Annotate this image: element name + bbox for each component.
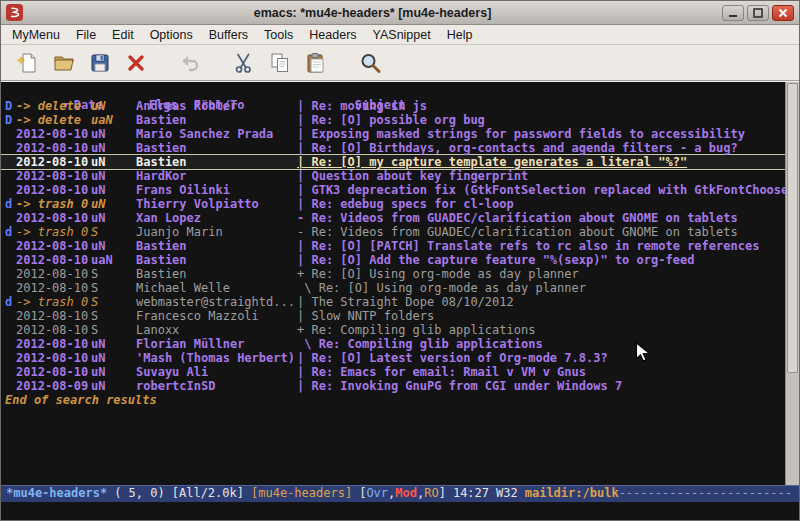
menu-yasnippet[interactable]: YASnippet — [365, 26, 439, 44]
date-cell: 2012-08-09 — [16, 379, 91, 393]
menu-options[interactable]: Options — [142, 26, 201, 44]
save-icon[interactable] — [85, 48, 115, 78]
from-cell: Juanjo Marin — [136, 225, 297, 239]
window-title: emacs: *mu4e-headers* [mu4e-headers] — [23, 6, 722, 20]
from-cell: 'Mash (Thomas Herbert) — [136, 351, 297, 365]
subject-cell: | Re: [O] possible org bug — [297, 113, 485, 127]
message-row[interactable]: d-> trash 0SJuanjo Marin- Re: Videos fro… — [1, 225, 785, 239]
subject-cell: | Re: Invoking GnuPG from CGI under Wind… — [297, 379, 622, 393]
modeline-window-id: W32 — [496, 486, 518, 500]
maximize-button[interactable] — [747, 5, 769, 21]
menu-buffers[interactable]: Buffers — [201, 26, 256, 44]
subject-cell: - Re: Videos from GUADEC/clarification a… — [297, 225, 738, 239]
flags-cell: S — [91, 267, 136, 281]
modeline-time: 14:27 — [453, 486, 489, 500]
message-row[interactable]: D-> deleteuNAndreas Röhler| Re: moving i… — [1, 99, 785, 113]
date-cell: -> trash 0 — [16, 295, 91, 309]
message-row[interactable]: 2012-08-10uNBastien| Re: [O] my capture … — [1, 155, 785, 169]
modeline-status: [Ovr,Mod,RO] — [359, 486, 446, 500]
menu-edit[interactable]: Edit — [104, 26, 142, 44]
from-cell: Andreas Röhler — [136, 99, 297, 113]
message-row[interactable]: 2012-08-10SLanoxx+ Re: Compiling glib ap… — [1, 323, 785, 337]
from-cell: Thierry Volpiatto — [136, 197, 297, 211]
flags-cell: uN — [91, 211, 136, 225]
from-cell: Bastien — [136, 141, 297, 155]
flags-cell: uaN — [91, 253, 136, 267]
modeline-position: ( 5, 0) — [114, 486, 165, 500]
toolbar-separator — [157, 48, 175, 78]
subject-cell: | Slow NNTP folders — [297, 309, 434, 323]
minimize-button[interactable] — [722, 5, 744, 21]
buffer-window[interactable]: ▼DateFlgsFrom/ToSubject D-> deleteuNAndr… — [1, 82, 785, 485]
flags-cell: uN — [91, 141, 136, 155]
subject-cell: | Re: edebug specs for cl-loop — [297, 197, 514, 211]
message-row[interactable]: 2012-08-10uN'Mash (Thomas Herbert)| Re: … — [1, 351, 785, 365]
open-file-icon[interactable] — [49, 48, 79, 78]
modeline-modified: Mod — [395, 486, 417, 500]
search-icon[interactable] — [355, 48, 385, 78]
flags-cell: uaN — [91, 113, 136, 127]
date-cell: 2012-08-10 — [16, 281, 91, 295]
message-row[interactable]: 2012-08-10uaNBastien| Re: [O] Add the ca… — [1, 253, 785, 267]
menu-mymenu[interactable]: MyMenu — [4, 26, 68, 44]
menu-bar: MyMenuFileEditOptionsBuffersToolsHeaders… — [1, 25, 799, 45]
message-row[interactable]: d-> trash 0uNThierry Volpiatto| Re: edeb… — [1, 197, 785, 211]
date-cell: 2012-08-10 — [16, 183, 91, 197]
menu-headers[interactable]: Headers — [301, 26, 364, 44]
from-cell: Bastien — [136, 155, 297, 169]
menu-help[interactable]: Help — [439, 26, 481, 44]
flags-cell: uN — [91, 379, 136, 393]
from-cell: Francesco Mazzoli — [136, 309, 297, 323]
mark-cell: d — [5, 225, 16, 239]
flags-cell: uN — [91, 99, 136, 113]
flags-cell: uN — [91, 127, 136, 141]
title-bar[interactable]: emacs: *mu4e-headers* [mu4e-headers] — [1, 1, 799, 25]
message-row[interactable]: 2012-08-10uNSuvayu Ali| Re: Emacs for em… — [1, 365, 785, 379]
message-row[interactable]: 2012-08-10uNFlorian Müllner \ Re: Compil… — [1, 337, 785, 351]
date-cell: 2012-08-10 — [16, 211, 91, 225]
subject-cell: | Re: [O] [PATCH] Translate refs to rc a… — [297, 239, 759, 253]
menu-tools[interactable]: Tools — [256, 26, 301, 44]
from-cell: Florian Müllner — [136, 337, 297, 351]
close-buffer-icon[interactable] — [121, 48, 151, 78]
modeline-bracket-close: ] — [439, 486, 446, 500]
message-row[interactable]: 2012-08-10SMichael Welle \ Re: [O] Using… — [1, 281, 785, 295]
new-file-icon[interactable] — [13, 48, 43, 78]
date-cell: 2012-08-10 — [16, 337, 91, 351]
paste-icon[interactable] — [301, 48, 331, 78]
flags-cell: uN — [91, 351, 136, 365]
message-row[interactable]: D-> deleteuaNBastien| Re: [O] possible o… — [1, 113, 785, 127]
cut-icon[interactable] — [229, 48, 259, 78]
close-button[interactable] — [772, 5, 794, 21]
date-cell: -> trash 0 — [16, 225, 91, 239]
subject-cell: | Re: [O] Add the capture feature "%(sex… — [297, 253, 694, 267]
modeline-dashes: ------------------------ — [619, 486, 792, 500]
emacs-app-icon — [6, 4, 23, 21]
message-row[interactable]: 2012-08-10uNXan Lopez- Re: Videos from G… — [1, 211, 785, 225]
date-cell: -> delete — [16, 99, 91, 113]
message-row[interactable]: 2012-08-10SBastien+ Re: [O] Using org-mo… — [1, 267, 785, 281]
message-row[interactable]: 2012-08-10uNFrans Oilinki| GTK3 deprecat… — [1, 183, 785, 197]
date-cell: 2012-08-10 — [16, 351, 91, 365]
message-row[interactable]: 2012-08-10uNBastien| Re: [O] Birthdays, … — [1, 141, 785, 155]
message-row[interactable]: 2012-08-10SFrancesco Mazzoli| Slow NNTP … — [1, 309, 785, 323]
scrollbar[interactable] — [785, 82, 799, 485]
from-cell: Mario Sanchez Prada — [136, 127, 297, 141]
message-row[interactable]: 2012-08-10uNMario Sanchez Prada| Exposin… — [1, 127, 785, 141]
scrollbar-thumb[interactable] — [787, 83, 798, 373]
from-cell: robertcInSD — [136, 379, 297, 393]
date-cell: 2012-08-10 — [16, 323, 91, 337]
date-cell: 2012-08-10 — [16, 155, 91, 169]
subject-cell: \ Re: [O] Using org-mode as day planner — [297, 281, 586, 295]
modeline-buffer-name: *mu4e-headers* — [6, 486, 107, 500]
subject-cell: + Re: [O] Using org-mode as day planner — [297, 267, 579, 281]
date-cell: 2012-08-10 — [16, 267, 91, 281]
message-row[interactable]: 2012-08-10uNHardKor| Question about key … — [1, 169, 785, 183]
undo-icon[interactable] — [175, 48, 205, 78]
copy-icon[interactable] — [265, 48, 295, 78]
message-row[interactable]: d-> trash 0Swebmaster@straightd...| The … — [1, 295, 785, 309]
message-row[interactable]: 2012-08-10uNBastien| Re: [O] [PATCH] Tra… — [1, 239, 785, 253]
message-row[interactable]: 2012-08-09uNrobertcInSD| Re: Invoking Gn… — [1, 379, 785, 393]
subject-cell: | Re: [O] my capture template generates … — [297, 155, 687, 169]
menu-file[interactable]: File — [68, 26, 104, 44]
